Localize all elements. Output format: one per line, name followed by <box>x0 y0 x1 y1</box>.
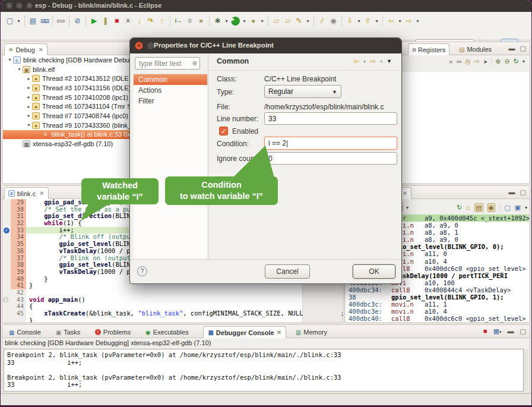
skip-all-breakpoints-icon[interactable]: ⊘ <box>72 15 83 27</box>
step-into-icon[interactable]: ↓ <box>134 15 145 27</box>
refresh-icon[interactable]: ↻ <box>457 204 462 212</box>
external-tools-icon[interactable]: ◉ <box>328 15 339 27</box>
console-scrollbar[interactable] <box>524 349 528 392</box>
last-edit-location-icon[interactable]: ⇩ <box>344 15 356 27</box>
tab-blink-c[interactable]: c blink.c ✕ <box>4 187 49 199</box>
open-resource-icon[interactable]: ▱ <box>282 15 293 27</box>
breakpoint-gutter[interactable] <box>3 199 11 206</box>
code-line[interactable]: } <box>3 317 302 323</box>
view-menu-icon[interactable]: ▾ <box>525 205 527 210</box>
step-over-icon[interactable]: ↷ <box>145 15 156 27</box>
twisty-icon[interactable]: ▸ <box>26 85 32 90</box>
open-element-icon[interactable]: ▱ <box>271 15 282 27</box>
twisty-icon[interactable]: ▸ <box>26 76 32 81</box>
save-icon[interactable]: ▤ <box>27 15 39 27</box>
mark-occurrences-icon[interactable]: ∕ <box>316 15 328 27</box>
close-icon[interactable]: ✕ <box>403 190 407 197</box>
disassembly-source-line[interactable]: 38gpio_set_level(BLINK_GPIO, 1); <box>346 294 529 301</box>
tab-memory[interactable]: ▥Memory <box>292 326 331 338</box>
tab-problems[interactable]: !Problems <box>91 326 135 338</box>
breakpoint-gutter[interactable] <box>3 255 11 262</box>
filter-input[interactable]: type filter text ⊗ <box>135 57 200 70</box>
breakpoint-gutter[interactable] <box>3 206 11 213</box>
minimize-icon[interactable]: ▬ <box>508 327 514 335</box>
tab-modules[interactable]: ▤ Modules <box>455 43 495 55</box>
tab-debug[interactable]: ✳ Debug ✕ <box>4 43 48 55</box>
use-step-filters-icon[interactable]: » <box>195 15 207 27</box>
enabled-checkbox[interactable]: ✓ <box>219 127 228 135</box>
maximize-icon[interactable]: ▢ <box>520 327 526 335</box>
dialog-close-icon[interactable]: ✕ <box>135 42 143 50</box>
select-icon[interactable]: ➤ <box>483 59 488 65</box>
close-icon[interactable]: ✕ <box>277 329 281 336</box>
debug-icon[interactable]: ✱ <box>212 15 223 27</box>
home-icon[interactable]: ⌂ <box>467 204 471 211</box>
dialog-nav-filter[interactable]: Filter <box>134 96 207 106</box>
binary-icon[interactable]: 010 <box>55 15 66 27</box>
new-view-icon[interactable]: ▢ <box>504 204 510 212</box>
breakpoint-gutter[interactable] <box>3 213 11 220</box>
twisty-icon[interactable]: ▾ <box>7 57 13 62</box>
disassembly-line[interactable]: 400dbc34:call80x400844c4 <vTaskDelay> <box>346 286 529 294</box>
display-console-icon[interactable]: ▦▾ <box>493 327 502 335</box>
minimize-icon[interactable]: ▬ <box>509 45 515 52</box>
breakpoint-gutter[interactable] <box>3 269 11 276</box>
breakpoint-gutter[interactable] <box>3 234 11 241</box>
forward-icon[interactable]: ⇨ <box>403 15 414 27</box>
view-menu-icon[interactable]: ▼ <box>387 58 392 64</box>
twisty-icon[interactable]: ▸ <box>26 94 32 100</box>
breakpoint-gutter[interactable] <box>3 303 11 310</box>
disassembly-line[interactable]: 400dbc40:call80x400dc6c0 <gpio_set_level… <box>346 315 529 322</box>
link-icon[interactable]: ⇨ <box>474 58 480 65</box>
breakpoint-gutter[interactable] <box>3 317 11 323</box>
type-dropdown[interactable]: Regular ▼ <box>264 85 341 98</box>
run-icon[interactable]: ▶ <box>230 15 241 27</box>
tab-tasks[interactable]: ▣Tasks <box>52 326 85 338</box>
refresh-icon[interactable]: ↻ <box>514 58 519 65</box>
disconnect-icon[interactable]: × <box>122 15 134 27</box>
breakpoint-gutter[interactable] <box>3 289 11 296</box>
collapse-icon[interactable]: ⊖ <box>505 58 510 65</box>
back-menu-icon[interactable]: ▾ <box>363 59 366 64</box>
breakpoint-gutter[interactable]: ✓ <box>3 227 11 234</box>
next-annotation-icon[interactable]: ⇧ <box>362 15 373 27</box>
code-line[interactable]: −43void app_main() <box>3 296 302 304</box>
clear-filter-icon[interactable]: ⊗ <box>192 59 197 68</box>
back-icon[interactable]: ⇦ <box>385 15 397 27</box>
pin-icon[interactable]: ◎ <box>465 58 471 65</box>
twisty-icon[interactable]: ▾ <box>26 122 32 128</box>
tab-executables[interactable]: ◉Executables <box>141 326 193 338</box>
ok-button[interactable]: OK <box>353 264 395 279</box>
disassembly-source-line[interactable]: 39vTaskDelay(1000 / portTICK_PERI <box>346 322 529 323</box>
breakpoint-gutter[interactable] <box>3 282 11 289</box>
breakpoint-gutter[interactable] <box>3 248 11 255</box>
cancel-button[interactable]: Cancel <box>265 264 310 279</box>
tab-console[interactable]: ▦Console <box>5 326 45 338</box>
breakpoint-gutter[interactable] <box>3 310 11 317</box>
coverage-icon[interactable]: ● <box>248 15 259 27</box>
forward-menu-icon[interactable]: ▾ <box>414 15 421 27</box>
breakpoint-icon[interactable]: ✓ <box>4 228 10 234</box>
close-icon[interactable]: ✕ <box>39 46 43 53</box>
debug-menu-icon[interactable]: ▾ <box>223 15 230 27</box>
twisty-icon[interactable]: ▸ <box>26 104 32 109</box>
tab-debugger-console[interactable]: ▦Debugger Console✕ <box>203 326 286 338</box>
dialog-nav-common[interactable]: Common <box>134 74 207 85</box>
breakpoint-gutter[interactable] <box>3 261 11 269</box>
search-menu-icon[interactable]: ▾ <box>305 15 311 27</box>
terminate-console-icon[interactable]: ■ <box>483 327 487 335</box>
back-menu-icon[interactable]: ▾ <box>397 15 403 27</box>
twisty-icon[interactable]: ▸ <box>26 113 32 118</box>
new-icon[interactable]: ▢ <box>4 15 15 27</box>
window-maximize-icon[interactable]: + <box>26 2 33 10</box>
code-line[interactable]: 45 xTaskCreate(&blink_task, "blink_task"… <box>3 310 302 317</box>
next-annotation-menu-icon[interactable]: ▾ <box>373 15 380 27</box>
show-source-icon[interactable]: ▤ <box>474 203 483 212</box>
view-menu-icon[interactable]: ▾ <box>522 59 525 64</box>
save-all-icon[interactable]: ▤▤ <box>39 15 50 27</box>
search-icon[interactable]: ✎ <box>293 15 305 27</box>
window-minimize-icon[interactable]: − <box>15 2 23 10</box>
breakpoint-gutter[interactable]: − <box>3 296 11 304</box>
suspend-icon[interactable]: ∥ <box>100 15 111 27</box>
new-menu-icon[interactable]: ▾ <box>15 15 22 27</box>
